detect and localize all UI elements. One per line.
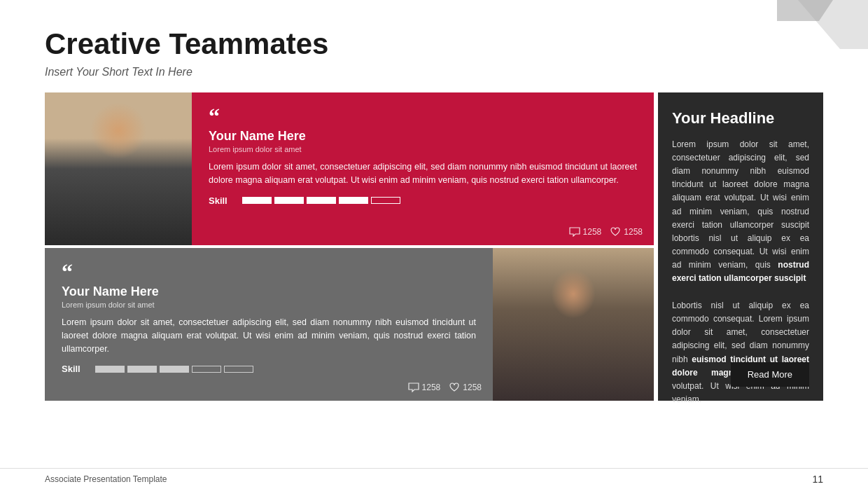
heart-icon-top (610, 227, 621, 237)
right-body1: Lorem ipsum dolor sit amet, consectetuer… (672, 139, 809, 270)
gray-card: “ Your Name Here Lorem ipsum dolor sit a… (45, 248, 493, 401)
businessman-photo (45, 92, 192, 245)
comment-icon-top (569, 227, 580, 237)
top-skill-row: Skill (209, 195, 637, 206)
read-more-button[interactable]: Read More (731, 362, 809, 387)
header: Creative Teammates Insert Your Short Tex… (0, 0, 868, 92)
bottom-skill-row: Skill (62, 364, 476, 374)
like-count-bottom: 1258 (463, 383, 482, 392)
comment-stat-top: 1258 (569, 227, 602, 237)
gray-skill-bar-2 (127, 366, 157, 373)
right-card: Your Headline Lorem ipsum dolor sit amet… (658, 92, 823, 401)
skill-bar-2 (274, 197, 304, 204)
bottom-row: “ Your Name Here Lorem ipsum dolor sit a… (45, 248, 654, 401)
gray-skill-bar-3 (160, 366, 189, 373)
top-skill-bars (242, 197, 400, 204)
top-card-body: Lorem ipsum dolor sit amet, consectetuer… (209, 160, 637, 187)
skill-bar-3 (307, 197, 336, 204)
bottom-card-body: Lorem ipsum dolor sit amet, consectetuer… (62, 316, 476, 355)
comment-count-top: 1258 (583, 227, 602, 237)
comment-count-bottom: 1258 (422, 383, 441, 392)
comment-icon-bottom (408, 383, 419, 392)
headline-bold: Headline (710, 109, 775, 127)
page-subtitle: Insert Your Short Text In Here (45, 66, 823, 78)
skill-bar-5 (371, 197, 400, 204)
bottom-skill-label: Skill (62, 364, 90, 374)
gray-skill-bar-5 (224, 366, 253, 373)
top-card-subtitle: Lorem ipsum dolor sit amet (209, 145, 637, 153)
gray-skill-bar-4 (192, 366, 221, 373)
left-column: “ Your Name Here Lorem ipsum dolor sit a… (45, 92, 654, 415)
person-image-top (45, 92, 192, 245)
top-skill-label: Skill (209, 195, 237, 206)
top-card-footer: 1258 1258 (569, 227, 643, 237)
top-row: “ Your Name Here Lorem ipsum dolor sit a… (45, 92, 654, 245)
quote-mark-bottom: “ (62, 261, 476, 283)
bottom-skill-bars (95, 366, 253, 373)
footer: Associate Presentation Template 11 (0, 468, 868, 489)
skill-bar-4 (339, 197, 368, 204)
person-image-bottom (493, 248, 654, 401)
red-card: “ Your Name Here Lorem ipsum dolor sit a… (192, 92, 654, 245)
footer-template-name: Associate Presentation Template (45, 474, 167, 484)
right-headline: Your Headline (672, 109, 809, 128)
corner-decoration (777, 0, 868, 52)
page-title: Creative Teammates (45, 28, 823, 60)
main-content: “ Your Name Here Lorem ipsum dolor sit a… (0, 92, 868, 415)
like-stat-bottom: 1258 (449, 383, 482, 392)
heart-icon-bottom (449, 383, 460, 392)
bottom-card-footer: 1258 1258 (408, 383, 482, 392)
skill-bar-1 (242, 197, 272, 204)
gray-skill-bar-1 (95, 366, 125, 373)
comment-stat-bottom: 1258 (408, 383, 441, 392)
like-stat-top: 1258 (610, 227, 643, 237)
top-card-name: Your Name Here (209, 129, 637, 144)
headline-regular: Your (672, 109, 706, 127)
bottom-card-name: Your Name Here (62, 284, 476, 299)
quote-mark-top: “ (209, 105, 637, 128)
like-count-top: 1258 (624, 227, 643, 237)
bottom-card-subtitle: Lorem ipsum dolor sit amet (62, 301, 476, 309)
woman-photo (493, 248, 654, 401)
footer-page-number: 11 (812, 474, 823, 485)
